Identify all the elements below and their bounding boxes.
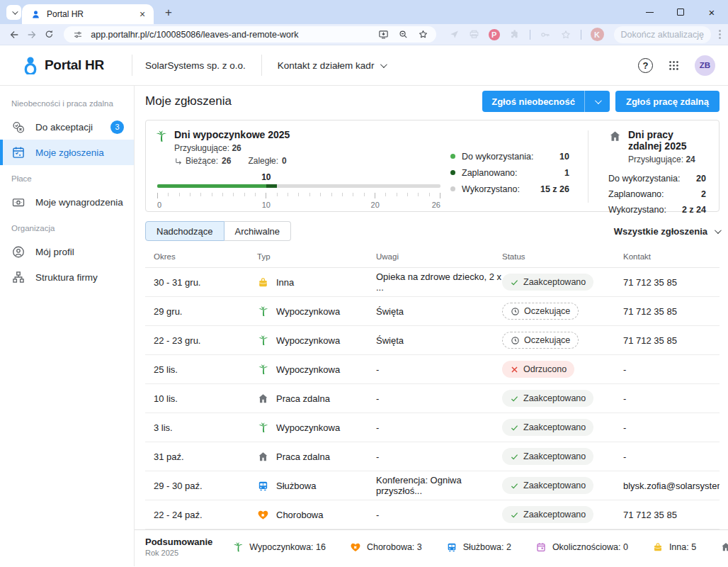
- browser-menu-icon[interactable]: [719, 30, 721, 39]
- hr-contact-dropdown[interactable]: Kontakt z działem kadr: [262, 60, 386, 71]
- app-logo-text: Portal HR: [45, 57, 104, 73]
- sidebar-item-label: Do akceptacji: [35, 122, 93, 133]
- status-badge: Zaakceptowano: [502, 477, 593, 494]
- legend-dot-dark-green: [450, 170, 455, 175]
- close-tab-icon[interactable]: ×: [137, 9, 148, 20]
- report-remote-work-button[interactable]: Zgłoś pracę zdalną: [615, 91, 720, 112]
- leave-summary-card: Dni wypoczynkowe 2025 Przysługujące: 26 …: [145, 120, 720, 212]
- x-icon: [510, 365, 519, 374]
- install-app-icon[interactable]: [377, 28, 391, 42]
- chevron-down-icon: [595, 97, 602, 104]
- bus-icon: [446, 541, 457, 553]
- close-window-button[interactable]: ×: [707, 7, 717, 17]
- vacation-progress-bar: 10 0102026: [157, 184, 440, 210]
- printer-extension-icon[interactable]: [469, 29, 479, 40]
- sidebar-item-moje-zgloszenia[interactable]: Moje zgłoszenia: [0, 140, 134, 165]
- home-icon: [257, 451, 269, 463]
- forward-icon[interactable]: [25, 27, 40, 43]
- table-row[interactable]: 3 lis. Wypoczynkowa - Zaakceptowano -: [145, 413, 720, 442]
- check-icon: [510, 423, 519, 432]
- report-absence-button[interactable]: Zgłoś nieobecność: [482, 91, 610, 112]
- legend-dot-gray: [450, 186, 455, 191]
- home-icon: [720, 541, 728, 553]
- user-avatar[interactable]: ZB: [695, 55, 715, 76]
- url-bar[interactable]: app.portalhr.pl/c/100085086/leaves-and-r…: [64, 26, 436, 43]
- table-row[interactable]: 10 lis. Praca zdalna - Zaakceptowano -: [145, 384, 720, 413]
- sidebar-item-moj-profil[interactable]: Mój profil: [0, 239, 134, 264]
- palm-icon: [154, 130, 168, 143]
- profile-icon: [11, 245, 25, 259]
- status-badge: Zaakceptowano: [502, 274, 593, 291]
- bus-icon: [257, 480, 269, 492]
- browser-tab[interactable]: Portal HR ×: [22, 4, 154, 24]
- palm-icon: [257, 305, 269, 318]
- bag-icon: [257, 276, 269, 288]
- filter-dropdown[interactable]: Wszystkie zgłoszenia: [614, 226, 720, 237]
- pending-count-badge: 3: [110, 120, 124, 134]
- axis-tick-label: 20: [371, 201, 380, 209]
- extensions-puzzle-icon[interactable]: [509, 29, 521, 40]
- update-chrome-button[interactable]: Dokończ aktualizację: [614, 26, 711, 43]
- banknote-icon: [11, 195, 25, 209]
- table-row[interactable]: 25 lis. Wypoczynkowa - Odrzucono -: [145, 355, 720, 384]
- summary-title: Podsumowanie: [145, 537, 212, 547]
- new-tab-button[interactable]: +: [161, 6, 176, 20]
- table-row[interactable]: 22 - 23 gru. Wypoczynkowa Święta Oczekuj…: [145, 326, 720, 355]
- back-icon[interactable]: [7, 27, 22, 43]
- apps-grid-icon[interactable]: [668, 60, 680, 72]
- approvals-icon: [11, 120, 25, 134]
- browser-tab-strip: Portal HR × + ×: [0, 0, 728, 24]
- app-logo[interactable]: Portal HR: [0, 56, 132, 74]
- tab-archiwalne[interactable]: Archiwalne: [224, 221, 292, 241]
- palm-icon: [257, 364, 269, 376]
- site-settings-icon[interactable]: [71, 28, 85, 42]
- portal-hr-logo-icon: [23, 56, 40, 74]
- subitem-arrow-icon: [174, 157, 182, 165]
- sidebar-item-moje-wynagrodzenia[interactable]: Moje wynagrodzenia: [0, 189, 134, 215]
- absence-dropdown-caret[interactable]: [584, 91, 610, 112]
- table-row[interactable]: 22 - 24 paź. Chorobowa - Zaakceptowano 7…: [145, 500, 720, 529]
- extensions-area: P K: [449, 28, 604, 41]
- help-button[interactable]: ?: [638, 58, 653, 73]
- table-row[interactable]: 31 paź. Praca zdalna - Zaakceptowano -: [145, 442, 720, 471]
- profile-avatar[interactable]: K: [591, 28, 604, 41]
- reload-icon[interactable]: [42, 27, 57, 43]
- send-extension-icon[interactable]: [449, 29, 460, 40]
- table-row[interactable]: 30 - 31 gru. Inna Opieka na zdrowe dziec…: [145, 268, 720, 297]
- minimize-button[interactable]: [644, 7, 654, 17]
- home-icon: [608, 130, 622, 143]
- bar-marker-label: 10: [261, 172, 271, 182]
- password-key-icon[interactable]: [540, 29, 551, 40]
- bookmark-star-icon[interactable]: [416, 28, 431, 42]
- bar-available-segment: [157, 184, 266, 188]
- favorites-star-icon[interactable]: [560, 29, 571, 40]
- bag-icon: [652, 541, 664, 553]
- window-controls: ×: [644, 0, 721, 24]
- sidebar: Nieobecności i praca zdalna Do akceptacj…: [0, 86, 135, 566]
- clock-icon: [511, 307, 520, 316]
- zoom-out-icon[interactable]: [397, 28, 411, 42]
- chevron-down-icon: [380, 61, 387, 68]
- palm-icon: [257, 335, 269, 347]
- sidebar-item-label: Moje zgłoszenia: [35, 147, 104, 158]
- url-text[interactable]: app.portalhr.pl/c/100085086/leaves-and-r…: [91, 30, 370, 40]
- tab-nadchodzace[interactable]: Nadchodzące: [145, 221, 224, 241]
- heart-icon: [257, 509, 269, 521]
- table-row[interactable]: 29 - 30 paź. Służbowa Konferencja: Ogniw…: [145, 471, 720, 500]
- status-badge: Oczekujące: [502, 332, 579, 349]
- sidebar-item-do-akceptacji[interactable]: Do akceptacji 3: [0, 114, 134, 140]
- requests-table: Okres Typ Uwagi Status Kontakt 30 - 31 g…: [145, 245, 720, 529]
- sidebar-item-struktura-firmy[interactable]: Struktura firmy: [0, 264, 134, 290]
- calendar-icon: [535, 541, 547, 553]
- pinterest-extension-icon[interactable]: P: [489, 29, 500, 40]
- maximize-button[interactable]: [676, 7, 686, 17]
- check-icon: [510, 452, 519, 461]
- main-content: Moje zgłoszenia Zgłoś nieobecność Zgłoś …: [135, 86, 728, 566]
- summary-footer: Podsumowanie Rok 2025 Wypoczynkowa: 16 C…: [135, 529, 728, 563]
- company-name: SolarSystems sp. z o.o.: [132, 60, 261, 71]
- check-icon: [510, 278, 519, 287]
- status-badge: Zaakceptowano: [502, 506, 593, 523]
- tab-search-button[interactable]: [6, 5, 21, 20]
- table-row[interactable]: 29 gru. Wypoczynkowa Święta Oczekujące 7…: [145, 297, 720, 326]
- remote-days-block: Dni pracy zdalnej 2025 Przysługujące: 24…: [588, 129, 709, 204]
